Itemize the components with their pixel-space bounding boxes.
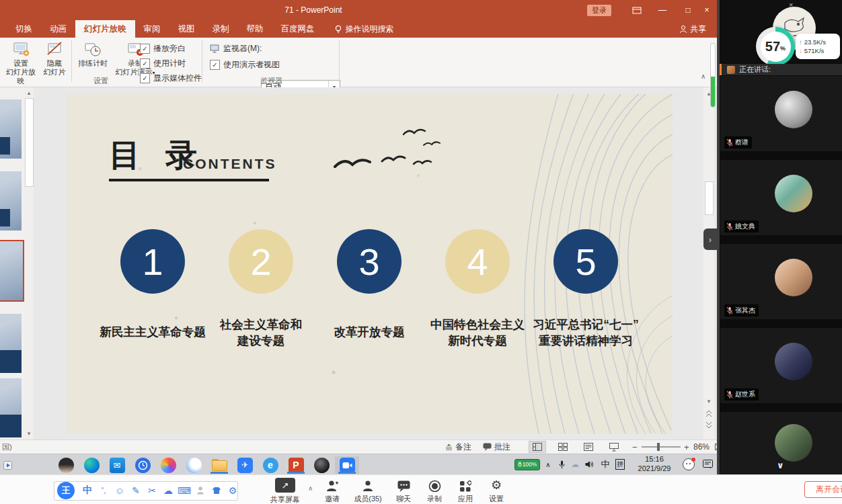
participant-tile[interactable]: 张其杰 [720,244,842,319]
slide-thumbnail-panel[interactable] [0,87,24,439]
zoom-in-button[interactable]: + [684,440,689,454]
slide-thumbnail-current[interactable] [0,240,24,302]
scroll-more-chevron[interactable]: ∨ [777,460,784,470]
play-narrations-checkbox[interactable]: ✓ 播放旁白 [140,43,186,54]
invite-button[interactable]: 邀请 [317,478,347,504]
leave-meeting-button[interactable]: 离开会议 [804,481,842,498]
quark-browser-icon[interactable] [182,456,206,474]
comments-button[interactable]: 批注 [483,440,510,454]
participant-tile-partial[interactable]: ∨ [720,412,842,474]
scrollbar-thumb[interactable] [25,98,34,187]
participant-tile[interactable]: 姚文典 [720,160,842,235]
slide-thumbnail[interactable] [0,171,22,230]
dark-avatar-app-icon[interactable] [309,456,334,474]
ime-cloud-icon[interactable]: ☁ [161,482,176,499]
zoom-slider-thumb[interactable] [657,443,660,451]
slide-sorter-view-button[interactable] [554,441,572,453]
ime-settings-icon[interactable]: ⚙ [225,482,240,499]
e-app-icon[interactable]: e [258,456,282,474]
ime-keyboard-icon[interactable]: ⌨ [177,482,192,499]
minimize-button[interactable]: — [650,0,675,20]
tab-view[interactable]: 视图 [169,20,204,38]
tab-transitions[interactable]: 切换 [7,20,41,38]
ime-person-icon[interactable] [193,482,208,499]
tab-record[interactable]: 录制 [204,20,238,38]
slideshow-view-button[interactable] [605,441,623,453]
tencent-meeting-icon[interactable] [335,456,359,474]
use-presenter-view-checkbox[interactable]: ✓ 使用演示者视图 [210,59,280,71]
apps-button[interactable]: 应用 [451,478,480,504]
ime-toolbar[interactable]: 王 中 ˚, ☺ ✎ ✂ ☁ ⌨ ⚙ [54,481,238,501]
cloud-tray-icon[interactable]: ☁ [569,454,581,474]
next-slide-icon[interactable] [705,421,712,429]
hidden-icons-chevron[interactable]: ∧ [542,454,554,474]
powerpoint-icon[interactable]: P [284,456,308,474]
panel-expand-handle[interactable]: › [703,228,717,250]
ime-logo[interactable]: 王 [57,482,75,499]
thumbnail-scrollbar[interactable]: ▴ ▾ [24,87,34,439]
notes-button[interactable]: 备注 [445,440,471,454]
slide-canvas[interactable]: 目 录 CONTENTS 1 2 3 4 5 新民主主义革命专题 社会主义革命和… [67,94,673,433]
participant-tile[interactable]: 蔡谱 [720,76,842,151]
normal-view-button[interactable] [529,441,546,453]
bird-app-icon[interactable]: ✈ [233,456,257,474]
tab-review[interactable]: 审阅 [135,20,169,38]
slide-scrollbar[interactable]: ▴ ▾ [703,87,714,439]
zoom-slider-track[interactable] [642,446,681,448]
mail-app-icon[interactable]: ✉ [105,456,129,474]
previous-slide-icon[interactable] [705,410,712,417]
share-button[interactable]: 共享 [679,20,717,38]
checkbox-checked-icon[interactable]: ✓ [140,44,150,54]
hide-slide-icon [46,41,63,57]
volume-tray-icon[interactable] [582,454,596,474]
login-button[interactable]: 登录 [587,5,611,16]
ime-skin-icon[interactable] [209,482,224,499]
firefox-browser-icon[interactable] [156,456,180,474]
ime-language-indicator[interactable]: 中 [599,454,612,474]
ime-emoji-icon[interactable]: ☺ [112,482,127,499]
edge-browser-icon[interactable] [79,456,104,474]
scrollbar-thumb[interactable] [705,181,714,215]
share-options-chevron[interactable]: ∧ [308,485,313,492]
tab-animations[interactable]: 动画 [41,20,75,38]
tab-baidu-netdisk[interactable]: 百度网盘 [272,20,323,38]
tell-me-search[interactable]: 操作说明搜索 [334,20,394,38]
clock-app-icon[interactable] [130,456,155,474]
scroll-up-icon[interactable]: ▴ [24,89,34,96]
members-button[interactable]: 成员(35) [348,478,387,504]
microphone-tray-icon[interactable] [556,454,568,474]
close-button[interactable]: × [694,0,720,20]
ime-chinese-mode[interactable]: 中 [80,482,95,499]
battery-indicator[interactable]: 100% [514,454,541,474]
slide-thumbnail[interactable] [0,314,22,373]
reading-view-button[interactable] [580,441,597,453]
tab-help[interactable]: 帮助 [238,20,272,38]
taskbar-user-avatar[interactable] [54,456,78,474]
clock-date[interactable]: 15:16 2021/9/29 [629,454,679,474]
taskbar-media-icon[interactable] [0,456,15,474]
action-center-icon[interactable] [699,454,716,474]
ime-pinyin-indicator[interactable]: 拼 [613,454,627,474]
zoom-level[interactable]: 86% [693,440,710,454]
zoom-out-button[interactable]: − [632,440,638,454]
settings-button[interactable]: ⚙ 设置 [482,478,511,504]
participant-tile[interactable]: 赵世系 [720,328,842,403]
scroll-down-icon[interactable]: ▾ [704,398,714,405]
tab-slideshow[interactable]: 幻灯片放映 [75,20,135,38]
ime-scissors-icon[interactable]: ✂ [145,482,159,499]
share-screen-button[interactable]: ↗ 共享屏幕 [264,478,307,504]
chat-button[interactable]: 聊天 [389,478,418,504]
slide-thumbnail[interactable] [0,99,22,159]
checkbox-checked-icon[interactable]: ✓ [210,60,220,70]
record-button[interactable]: 录制 [420,478,449,504]
slide-thumbnail[interactable] [0,378,22,437]
collapse-ribbon-icon[interactable]: ∧ [701,73,705,80]
ribbon-display-options-icon[interactable] [624,0,650,20]
scroll-down-icon[interactable]: ▾ [24,430,34,437]
use-timings-checkbox[interactable]: ✓ 使用计时 [140,58,186,69]
file-explorer-icon[interactable] [207,456,231,474]
ime-tone-icon[interactable]: ˚, [96,482,111,499]
checkbox-checked-icon[interactable]: ✓ [140,58,150,69]
ime-pen-icon[interactable]: ✎ [128,482,143,499]
notification-face-icon[interactable] [681,454,697,474]
